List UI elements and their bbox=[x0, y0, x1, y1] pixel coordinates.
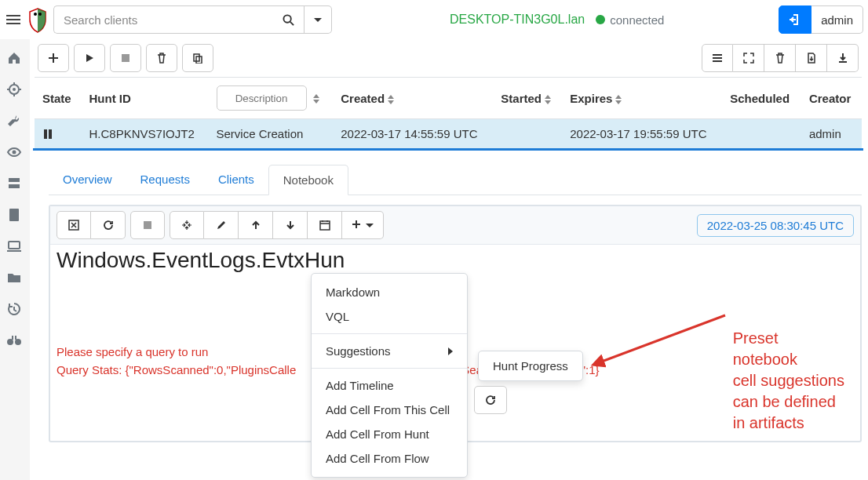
dropdown-item-add-cell-from-flow[interactable]: Add Cell From Flow bbox=[312, 446, 467, 471]
nav-binoculars-icon[interactable] bbox=[6, 333, 24, 348]
svg-rect-14 bbox=[9, 242, 20, 249]
dropdown-item-suggestions[interactable]: Suggestions bbox=[312, 339, 467, 363]
cell-title: Windows.EventLogs.EvtxHun bbox=[57, 248, 852, 273]
run-hunt-button[interactable] bbox=[74, 44, 105, 72]
caret-down-icon bbox=[314, 18, 322, 22]
svg-point-1 bbox=[38, 13, 42, 16]
svg-rect-25 bbox=[713, 60, 722, 62]
cell-started bbox=[493, 119, 562, 149]
annotation-arrow-icon bbox=[584, 307, 741, 378]
table-row[interactable]: H.C8PKNVS7IOJT2 Service Creation 2022-03… bbox=[35, 119, 862, 149]
search-input[interactable] bbox=[53, 5, 273, 34]
delete-hunt-button[interactable] bbox=[146, 44, 177, 72]
sort-icon[interactable] bbox=[313, 94, 319, 104]
logout-icon bbox=[789, 13, 801, 26]
tab-notebook[interactable]: Notebook bbox=[268, 165, 348, 195]
col-description[interactable] bbox=[209, 78, 334, 119]
nav-folder-icon[interactable] bbox=[6, 270, 24, 285]
svg-rect-11 bbox=[9, 178, 20, 182]
download-button[interactable] bbox=[827, 44, 859, 72]
menu-icon[interactable] bbox=[6, 15, 20, 24]
svg-rect-18 bbox=[12, 336, 13, 340]
col-expires[interactable]: Expires bbox=[562, 78, 722, 119]
cell-calendar-button[interactable] bbox=[308, 211, 342, 239]
cell-collapse-button[interactable] bbox=[170, 211, 204, 239]
cell-stop-button[interactable] bbox=[130, 211, 165, 239]
search-options-button[interactable] bbox=[305, 5, 332, 34]
tab-clients[interactable]: Clients bbox=[204, 165, 268, 195]
description-filter-input[interactable] bbox=[217, 85, 307, 111]
svg-rect-12 bbox=[9, 184, 20, 188]
dropdown-item-markdown[interactable]: Markdown bbox=[312, 280, 467, 304]
nav-book-icon[interactable] bbox=[6, 207, 24, 223]
search-button[interactable] bbox=[273, 5, 305, 34]
cell-timestamp: 2022-03-25 08:30:45 UTC bbox=[697, 214, 854, 237]
caret-right-icon bbox=[448, 347, 453, 355]
svg-line-34 bbox=[600, 315, 725, 362]
cell-edit-button[interactable] bbox=[204, 211, 239, 239]
logout-button[interactable] bbox=[779, 5, 811, 34]
tab-overview[interactable]: Overview bbox=[49, 165, 126, 195]
delete-results-button[interactable] bbox=[764, 44, 796, 72]
cell-created: 2022-03-17 14:55:59 UTC bbox=[333, 119, 493, 149]
suggestions-flyout: Hunt Progress bbox=[478, 351, 583, 381]
cell-refresh-button[interactable] bbox=[91, 211, 126, 239]
svg-point-17 bbox=[15, 339, 21, 345]
connection-status: connected bbox=[596, 13, 664, 27]
cell-creator: admin bbox=[801, 119, 862, 149]
cell-add-button[interactable] bbox=[342, 211, 384, 239]
nav-eye-icon[interactable] bbox=[6, 144, 24, 160]
svg-rect-19 bbox=[15, 336, 16, 340]
copy-hunt-button[interactable] bbox=[182, 44, 213, 72]
col-creator: Creator bbox=[801, 78, 862, 119]
nav-history-icon[interactable] bbox=[6, 301, 24, 317]
export-file-button[interactable] bbox=[796, 44, 827, 72]
nav-wrench-icon[interactable] bbox=[6, 113, 24, 129]
status-dot-icon bbox=[596, 15, 605, 24]
results-refresh-button[interactable] bbox=[474, 386, 507, 414]
pane-splitter[interactable] bbox=[33, 148, 863, 151]
col-started[interactable]: Started bbox=[493, 78, 562, 119]
svg-point-16 bbox=[7, 339, 13, 345]
notebook-cell: 2022-03-25 08:30:45 UTC Windows.EventLog… bbox=[49, 205, 862, 442]
col-state: State bbox=[35, 78, 82, 119]
svg-rect-13 bbox=[9, 209, 19, 221]
dropdown-item-label: Suggestions bbox=[326, 344, 391, 358]
hunts-table: State Hunt ID Created Started Expires Sc… bbox=[35, 77, 862, 148]
svg-rect-23 bbox=[713, 54, 722, 56]
fullscreen-button[interactable] bbox=[733, 44, 764, 72]
nav-laptop-icon[interactable] bbox=[6, 238, 24, 254]
col-scheduled: Scheduled bbox=[722, 78, 801, 119]
dropdown-item-vql[interactable]: VQL bbox=[312, 304, 467, 329]
svg-line-3 bbox=[290, 21, 294, 24]
client-name: DESKTOP-TIN3G0L.lan bbox=[450, 13, 585, 27]
cell-move-down-button[interactable] bbox=[273, 211, 308, 239]
hunt-tabs: Overview Requests Clients Notebook bbox=[49, 165, 862, 195]
new-hunt-button[interactable] bbox=[38, 44, 69, 72]
dropdown-item-add-cell-from-hunt[interactable]: Add Cell From Hunt bbox=[312, 422, 467, 446]
flyout-item-hunt-progress[interactable]: Hunt Progress bbox=[493, 359, 568, 373]
cell-scheduled bbox=[722, 119, 801, 149]
cell-state bbox=[35, 119, 82, 149]
col-created[interactable]: Created bbox=[333, 78, 493, 119]
cell-close-button[interactable] bbox=[57, 211, 91, 239]
svg-point-0 bbox=[34, 13, 37, 16]
stop-hunt-button[interactable] bbox=[110, 44, 141, 72]
cell-move-up-button[interactable] bbox=[239, 211, 273, 239]
svg-point-2 bbox=[283, 15, 290, 22]
nav-target-icon[interactable] bbox=[6, 82, 24, 97]
svg-rect-30 bbox=[320, 221, 330, 230]
cell-hunt-id: H.C8PKNVS7IOJT2 bbox=[82, 119, 209, 149]
tab-requests[interactable]: Requests bbox=[126, 165, 204, 195]
add-cell-dropdown: Markdown VQL Suggestions Add Timeline Ad… bbox=[311, 273, 468, 478]
search-icon bbox=[283, 14, 294, 26]
pause-icon bbox=[42, 129, 53, 140]
dropdown-item-add-timeline[interactable]: Add Timeline bbox=[312, 373, 467, 398]
nav-server-icon[interactable] bbox=[6, 176, 24, 191]
svg-rect-20 bbox=[122, 54, 129, 62]
svg-rect-24 bbox=[713, 57, 722, 59]
view-detail-button[interactable] bbox=[702, 44, 733, 72]
nav-home-icon[interactable] bbox=[6, 50, 24, 66]
dropdown-item-add-cell-from-this[interactable]: Add Cell From This Cell bbox=[312, 398, 467, 422]
user-button[interactable]: admin bbox=[811, 5, 863, 34]
